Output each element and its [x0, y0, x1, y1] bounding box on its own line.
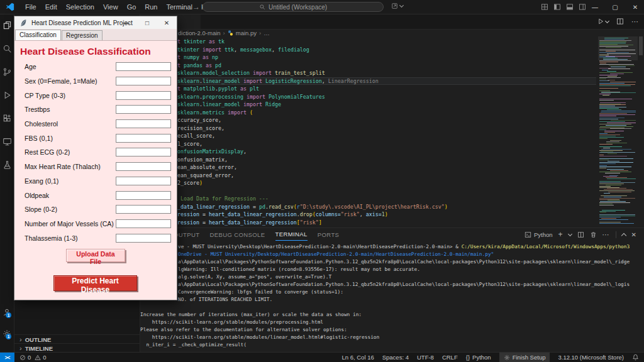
tk-field-input[interactable] — [116, 105, 171, 114]
menu-edit[interactable]: Edit — [41, 0, 62, 14]
chevron-right-icon: › — [19, 345, 22, 351]
new-terminal-button[interactable]: + — [558, 230, 563, 239]
tk-field-input[interactable] — [116, 119, 171, 128]
toggle-secondary-sidebar-icon[interactable] — [579, 3, 586, 11]
toggle-sidebar-icon[interactable] — [553, 3, 561, 11]
breadcrumb-separator: › — [223, 30, 225, 36]
tk-field-row: Cholesterol — [14, 117, 177, 131]
panel-tab-terminal[interactable]: TERMINAL — [275, 228, 308, 241]
tk-window-title: Heart Disease Prediction ML Project — [31, 19, 133, 26]
panel-tab-debug-console[interactable]: DEBUG CONSOLE — [209, 229, 265, 241]
panel-tab-output[interactable]: OUTPUT — [174, 229, 199, 241]
breadcrumb-item[interactable]: diction-2.0-main — [178, 30, 221, 36]
command-center-search[interactable]: Untitled (Workspace) — [203, 2, 384, 12]
breadcrumb-item[interactable]: … — [264, 30, 270, 36]
search-icon[interactable] — [0, 37, 14, 60]
tk-field-input[interactable] — [116, 77, 171, 85]
menu-run[interactable]: Run — [140, 0, 162, 14]
terminal-line: https://scikit-learn.org/stable/modules/… — [140, 319, 640, 326]
predict-heart-disease-button[interactable]: Predict Heart Disease — [53, 275, 137, 291]
tk-field-input[interactable] — [116, 191, 171, 200]
tk-field-input[interactable] — [116, 134, 171, 143]
editor-scrollbar[interactable] — [639, 36, 643, 55]
breadcrumb-item[interactable]: main.py — [236, 30, 257, 36]
close-panel-icon[interactable]: ✕ — [631, 231, 636, 238]
tk-field-input[interactable] — [116, 91, 171, 100]
chevron-down-icon[interactable] — [568, 231, 572, 236]
settings-button[interactable]: 1 — [0, 326, 14, 341]
activity-bar: 1 1 — [0, 14, 14, 353]
gear-icon — [504, 354, 510, 361]
eol-sequence[interactable]: CRLF — [442, 354, 458, 361]
tk-close-button[interactable]: ✕ — [158, 16, 175, 29]
run-python-file-button[interactable] — [597, 18, 609, 25]
tk-field-input[interactable] — [116, 177, 171, 185]
window-restore-button[interactable]: ▢ — [606, 0, 624, 14]
window-close-button[interactable]: ✕ — [626, 0, 644, 14]
python-file-icon — [228, 30, 233, 36]
search-label: Untitled (Workspace) — [269, 4, 327, 11]
menu-selection[interactable]: Selection — [62, 0, 99, 14]
tk-tab-classification[interactable]: Classification — [15, 30, 61, 40]
tk-title-bar[interactable]: Heart Disease Prediction ML Project — □ … — [14, 16, 177, 29]
tk-tab-regression[interactable]: Regression — [62, 30, 103, 40]
encoding[interactable]: UTF-8 — [417, 354, 434, 361]
chevron-down-icon — [399, 3, 404, 8]
terminal-shell-selector[interactable]: Python — [525, 231, 553, 238]
tk-minimize-button[interactable]: — — [118, 16, 135, 29]
language-label: Python — [472, 354, 491, 361]
outline-label: OUTLINE — [25, 336, 52, 343]
sidebar-section-outline[interactable]: › OUTLINE — [14, 334, 140, 344]
menu-go[interactable]: Go — [123, 0, 141, 14]
code-line: Load Data for Regression --- — [177, 195, 596, 203]
upload-data-file-button[interactable]: Upload Data File — [66, 249, 125, 262]
python-interpreter[interactable]: 3.12.10 (Microsoft Store) — [558, 354, 624, 361]
problems-status[interactable]: 0 0 — [19, 354, 47, 361]
extensions-icon[interactable] — [0, 107, 14, 130]
tk-field-input[interactable] — [116, 219, 171, 228]
forward-icon[interactable]: → — [192, 3, 200, 11]
tk-maximize-button[interactable]: □ — [139, 16, 155, 29]
notifications-bell-icon[interactable] — [632, 354, 639, 361]
explorer-icon[interactable] — [0, 14, 14, 37]
open-remote-window-button[interactable] — [391, 3, 403, 9]
editor-more-actions-icon[interactable]: ⋯ — [631, 18, 639, 26]
minimap[interactable] — [598, 36, 638, 225]
code-editor[interactable]: t tkinter as tktkinter import ttk, messa… — [177, 38, 596, 226]
split-terminal-icon[interactable] — [577, 231, 584, 238]
code-line: ression = heart_data_linear_regression.d… — [177, 211, 596, 219]
sidebar-section-timeline[interactable]: › TIMELINE — [14, 343, 140, 353]
testing-icon[interactable] — [0, 153, 14, 177]
chevron-down-icon — [605, 18, 609, 23]
tk-field-input[interactable] — [116, 148, 171, 156]
kill-terminal-icon[interactable] — [590, 231, 597, 238]
window-minimize-button[interactable]: — — [586, 0, 604, 14]
remote-indicator[interactable]: >< — [0, 353, 14, 362]
finish-setup-button[interactable]: Finish Setup — [499, 353, 550, 362]
split-editor-icon[interactable] — [616, 18, 624, 25]
tk-field-input[interactable] — [116, 234, 171, 243]
terminal-output[interactable]: ve - MUST University\Desktop\HeartDiseas… — [140, 243, 640, 352]
run-debug-icon[interactable] — [0, 84, 14, 107]
accounts-button[interactable]: 1 — [0, 305, 14, 320]
back-icon[interactable]: ← — [179, 3, 186, 11]
customize-layout-icon[interactable] — [541, 3, 548, 11]
breadcrumb-separator: › — [259, 30, 261, 36]
remote-explorer-icon[interactable] — [0, 130, 14, 153]
language-mode[interactable]: {} Python — [466, 354, 491, 361]
cursor-position[interactable]: Ln 6, Col 16 — [341, 354, 374, 361]
maximize-panel-icon[interactable] — [621, 233, 626, 238]
terminal-line: n_iter_i = _check_optimize_result( — [140, 341, 640, 349]
menu-file[interactable]: File — [21, 0, 41, 14]
breadcrumb[interactable]: diction-2.0-main›main.py›… — [178, 29, 270, 37]
tk-field-input[interactable] — [116, 162, 171, 171]
activity-items — [0, 14, 14, 177]
tk-field-input[interactable] — [116, 62, 171, 71]
menu-view[interactable]: View — [99, 0, 123, 14]
tk-field-input[interactable] — [116, 205, 171, 214]
indentation[interactable]: Spaces: 4 — [382, 354, 409, 361]
toggle-panel-icon[interactable] — [566, 3, 574, 11]
panel-more-actions-icon[interactable]: ⋯ — [602, 231, 610, 239]
source-control-icon[interactable] — [0, 60, 14, 84]
panel-tab-ports[interactable]: PORTS — [318, 229, 340, 241]
